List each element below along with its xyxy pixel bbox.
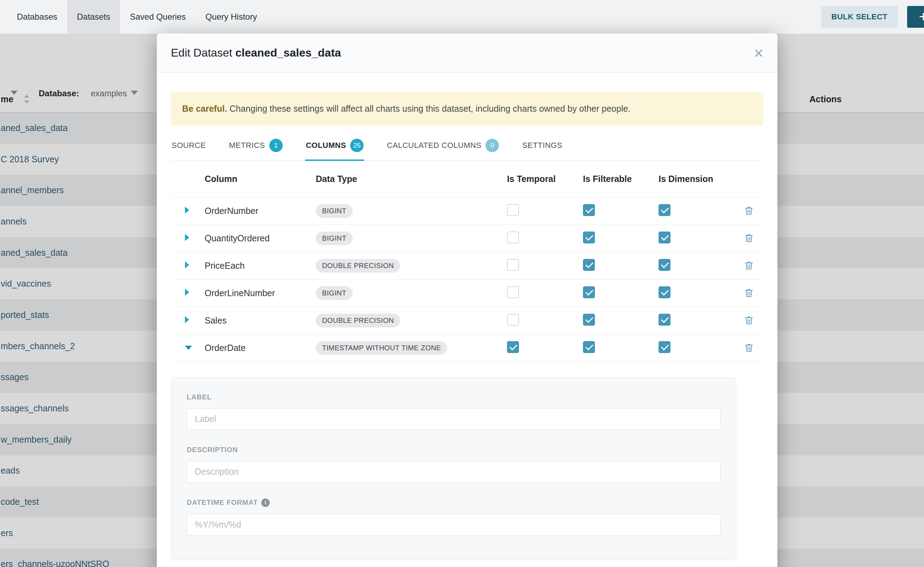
modal-title-prefix: Edit Dataset xyxy=(171,46,235,59)
description-field-label: DESCRIPTION xyxy=(187,446,721,454)
datetime-format-field-label: DATETIME FORMAT i xyxy=(187,498,721,507)
nav-item-saved-queries[interactable]: Saved Queries xyxy=(120,0,196,34)
top-navbar: Databases Datasets Saved Queries Query H… xyxy=(0,0,924,34)
modal-title-dataset-name: cleaned_sales_data xyxy=(235,46,341,59)
label-text: DATETIME FORMAT xyxy=(187,498,258,507)
is-temporal-checkbox[interactable] xyxy=(507,204,519,216)
tab-label: METRICS xyxy=(229,141,265,150)
is-temporal-checkbox[interactable] xyxy=(507,231,519,243)
data-type-pill: BIGINT xyxy=(316,204,353,218)
tab-settings[interactable]: SETTINGS xyxy=(521,134,563,160)
columns-count-badge: 25 xyxy=(350,139,364,152)
column-detail-panel: LABEL DESCRIPTION DATETIME FORMAT i xyxy=(171,377,736,560)
is-temporal-checkbox[interactable] xyxy=(507,286,519,298)
add-dataset-button[interactable]: + xyxy=(907,6,924,28)
datetime-format-input[interactable] xyxy=(187,514,721,536)
column-row: OrderLineNumber BIGINT xyxy=(171,280,763,307)
label-field-group: LABEL xyxy=(187,393,721,430)
is-temporal-checkbox[interactable] xyxy=(507,314,519,326)
expand-caret-icon[interactable] xyxy=(185,316,189,323)
nav-item-datasets[interactable]: Datasets xyxy=(67,0,120,34)
nav-item-query-history[interactable]: Query History xyxy=(196,0,267,34)
is-dimension-checkbox[interactable] xyxy=(659,231,671,243)
is-filterable-checkbox[interactable] xyxy=(583,204,595,216)
modal-header: Edit Dataset cleaned_sales_data × xyxy=(157,33,777,73)
data-type-pill: TIMESTAMP WITHOUT TIME ZONE xyxy=(316,341,447,355)
bulk-select-button[interactable]: BULK SELECT xyxy=(821,6,898,28)
trash-icon[interactable] xyxy=(743,260,754,271)
is-temporal-header: Is Temporal xyxy=(507,174,583,184)
is-dimension-checkbox[interactable] xyxy=(659,341,671,353)
column-row: OrderNumber BIGINT xyxy=(171,197,763,225)
data-type-pill: BIGINT xyxy=(316,231,353,245)
column-row-expanded: OrderDate TIMESTAMP WITHOUT TIME ZONE xyxy=(171,334,763,362)
label-text: LABEL xyxy=(187,393,212,401)
label-field-label: LABEL xyxy=(187,393,721,401)
trash-icon[interactable] xyxy=(743,288,754,298)
is-dimension-header: Is Dimension xyxy=(659,174,734,184)
data-type-pill: BIGINT xyxy=(316,286,353,300)
column-name: OrderNumber xyxy=(205,206,316,216)
label-text: DESCRIPTION xyxy=(187,446,238,454)
data-type-pill: DOUBLE PRECISION xyxy=(316,259,400,273)
plus-icon: + xyxy=(919,9,924,24)
warning-banner: Be careful. Changing these settings will… xyxy=(171,92,763,125)
tab-metrics[interactable]: METRICS1 xyxy=(228,134,283,160)
data-type-header: Data Type xyxy=(316,174,507,184)
collapse-caret-icon[interactable] xyxy=(185,346,192,350)
trash-icon[interactable] xyxy=(743,206,754,216)
warning-text: Changing these settings will affect all … xyxy=(227,104,631,114)
warning-bold-text: Be careful. xyxy=(182,104,227,114)
tab-calculated-columns[interactable]: CALCULATED COLUMNS0 xyxy=(386,134,500,160)
column-name: PriceEach xyxy=(205,261,316,271)
expand-caret-icon[interactable] xyxy=(185,207,189,214)
column-name: Sales xyxy=(205,315,316,326)
label-input[interactable] xyxy=(187,408,721,430)
tab-label: COLUMNS xyxy=(306,141,346,150)
is-filterable-checkbox[interactable] xyxy=(583,286,595,298)
calculated-columns-count-badge: 0 xyxy=(486,139,499,152)
edit-dataset-modal: Edit Dataset cleaned_sales_data × Be car… xyxy=(157,33,777,567)
is-temporal-checkbox[interactable] xyxy=(507,259,519,271)
is-dimension-checkbox[interactable] xyxy=(659,286,671,298)
is-dimension-checkbox[interactable] xyxy=(659,314,671,326)
column-name: QuantityOrdered xyxy=(205,233,316,243)
modal-title: Edit Dataset cleaned_sales_data xyxy=(171,46,341,59)
column-row: PriceEach DOUBLE PRECISION xyxy=(171,252,763,280)
metrics-count-badge: 1 xyxy=(269,139,283,152)
tab-label: SETTINGS xyxy=(522,141,562,150)
tab-source[interactable]: SOURCE xyxy=(171,134,206,160)
tab-label: CALCULATED COLUMNS xyxy=(387,141,482,150)
description-input[interactable] xyxy=(187,461,721,483)
nav-item-databases[interactable]: Databases xyxy=(7,0,67,34)
tab-label: SOURCE xyxy=(172,141,206,150)
is-filterable-checkbox[interactable] xyxy=(583,314,595,326)
expand-caret-icon[interactable] xyxy=(185,289,189,296)
expand-caret-icon[interactable] xyxy=(185,261,189,268)
is-filterable-checkbox[interactable] xyxy=(583,259,595,271)
info-icon[interactable]: i xyxy=(261,498,270,507)
modal-body: Be careful. Changing these settings will… xyxy=(157,92,777,560)
column-header: Column xyxy=(205,174,316,184)
is-dimension-checkbox[interactable] xyxy=(659,259,671,271)
column-row: Sales DOUBLE PRECISION xyxy=(171,307,763,334)
trash-icon[interactable] xyxy=(743,315,754,326)
expand-caret-icon[interactable] xyxy=(185,234,189,241)
modal-tabs: SOURCE METRICS1 COLUMNS25 CALCULATED COL… xyxy=(171,134,763,161)
columns-table-header: Column Data Type Is Temporal Is Filterab… xyxy=(171,161,763,197)
trash-icon[interactable] xyxy=(743,342,754,353)
is-filterable-checkbox[interactable] xyxy=(583,341,595,353)
datetime-format-field-group: DATETIME FORMAT i xyxy=(187,498,721,536)
close-icon[interactable]: × xyxy=(754,45,763,61)
is-filterable-checkbox[interactable] xyxy=(583,231,595,243)
trash-icon[interactable] xyxy=(743,233,754,243)
is-filterable-header: Is Filterable xyxy=(583,174,659,184)
column-name: OrderLineNumber xyxy=(205,288,316,298)
tab-columns[interactable]: COLUMNS25 xyxy=(305,134,364,161)
column-row: QuantityOrdered BIGINT xyxy=(171,225,763,252)
column-name: OrderDate xyxy=(205,343,316,353)
is-temporal-checkbox[interactable] xyxy=(507,341,519,353)
datasets-page: Database: examples me Actions aned_sales… xyxy=(0,0,924,567)
data-type-pill: DOUBLE PRECISION xyxy=(316,314,400,327)
is-dimension-checkbox[interactable] xyxy=(659,204,671,216)
